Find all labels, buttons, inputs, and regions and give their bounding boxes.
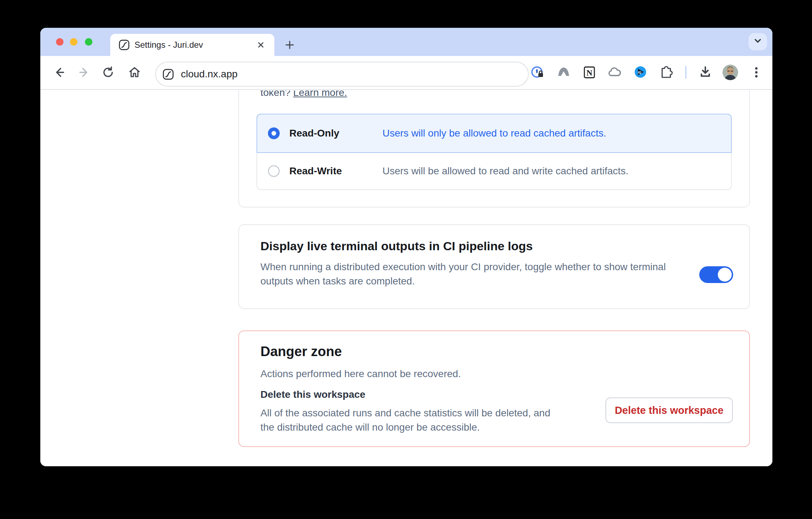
access-radio-group: Read-Only Users will only be allowed to …: [257, 114, 732, 190]
address-bar[interactable]: cloud.nx.app: [155, 62, 529, 87]
minimize-window-button[interactable]: [70, 38, 77, 46]
danger-zone-title: Danger zone: [260, 344, 342, 359]
tab-search-button[interactable]: [748, 33, 767, 50]
vpn-extension-icon[interactable]: [556, 65, 572, 80]
delete-workspace-button[interactable]: Delete this workspace: [605, 397, 733, 423]
new-tab-button[interactable]: [284, 39, 296, 51]
extensions-puzzle-icon[interactable]: [659, 65, 674, 80]
tab-close-icon[interactable]: [257, 41, 265, 49]
terminal-output-toggle[interactable]: [699, 266, 733, 283]
radio-unselected-icon: [268, 165, 280, 177]
radio-selected-icon: [268, 128, 280, 139]
forward-icon[interactable]: [76, 65, 92, 80]
chevron-down-icon: [753, 36, 763, 47]
description-line: When running a distributed execution wit…: [260, 260, 666, 274]
option-label: Read-Write: [289, 165, 342, 177]
svg-text:N: N: [587, 68, 593, 77]
cloud-extension-icon[interactable]: [607, 65, 623, 80]
nx-favicon-icon: [119, 40, 130, 50]
access-settings-card: token? Learn more. Read-Only Users will …: [238, 91, 750, 207]
home-icon[interactable]: [127, 65, 142, 80]
delete-workspace-label: Delete this workspace: [260, 389, 365, 400]
tab-title: Settings - Juri.dev: [135, 34, 203, 56]
danger-zone-subtitle: Actions performed here cannot be recover…: [260, 368, 461, 380]
option-label: Read-Only: [289, 128, 339, 139]
profile-avatar[interactable]: [722, 65, 738, 80]
site-nx-icon: [163, 69, 174, 80]
toolbar-separator: [685, 66, 686, 79]
download-icon[interactable]: [697, 65, 713, 80]
description-line: All of the associated runs and cache sta…: [260, 406, 550, 420]
tab-strip: Settings - Juri.dev: [40, 28, 772, 56]
option-description: Users will only be allowed to read cache…: [382, 128, 606, 139]
delete-workspace-description: All of the associated runs and cache sta…: [260, 406, 550, 435]
token-text: token?: [260, 91, 290, 98]
browser-window: Settings - Juri.dev: [40, 28, 772, 466]
terminal-output-card: Display live terminal outputs in CI pipe…: [238, 224, 750, 309]
terminal-card-title: Display live terminal outputs in CI pipe…: [260, 239, 533, 253]
url-text: cloud.nx.app: [181, 62, 238, 86]
iq-player-extension-icon[interactable]: IQ: [633, 65, 648, 80]
toggle-knob: [718, 268, 732, 282]
description-line: the distributed cache will no longer be …: [260, 420, 550, 435]
description-line: outputs when tasks are completed.: [260, 274, 666, 288]
close-window-button[interactable]: [56, 38, 64, 46]
browser-tab[interactable]: Settings - Juri.dev: [110, 34, 274, 56]
back-icon[interactable]: [52, 65, 67, 80]
page-content: token? Learn more. Read-Only Users will …: [40, 91, 772, 466]
terminal-card-description: When running a distributed execution wit…: [260, 260, 666, 288]
password-manager-extension-icon[interactable]: [529, 65, 545, 80]
notion-extension-icon[interactable]: N: [582, 65, 597, 80]
svg-text:IQ: IQ: [638, 71, 641, 74]
radio-option-read-write[interactable]: Read-Write Users will be allowed to read…: [257, 153, 732, 190]
token-help-text: token? Learn more.: [260, 91, 347, 98]
learn-more-link[interactable]: Learn more.: [293, 91, 347, 98]
browser-toolbar: cloud.nx.app N IQ: [40, 56, 772, 90]
radio-dot: [271, 131, 276, 136]
option-description: Users will be allowed to read and write …: [382, 165, 628, 177]
kebab-menu-icon[interactable]: [750, 65, 762, 80]
reload-icon[interactable]: [100, 65, 116, 80]
danger-zone-card: Danger zone Actions performed here canno…: [238, 330, 750, 447]
zoom-window-button[interactable]: [85, 38, 92, 46]
radio-option-read-only[interactable]: Read-Only Users will only be allowed to …: [257, 114, 732, 153]
